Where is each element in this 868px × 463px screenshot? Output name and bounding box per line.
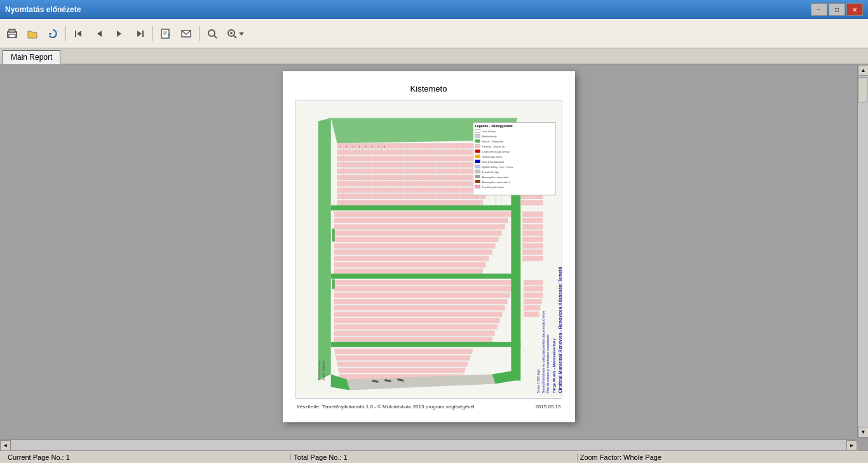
prev-page-button[interactable] [90,24,109,43]
svg-text:Scara 1:500 legit.: Scara 1:500 legit. [537,369,540,394]
scroll-left-button[interactable]: ◄ [0,440,11,450]
svg-line-19 [234,36,236,38]
svg-text:Temető út, Útja: Temető út, Útja [482,170,499,174]
refresh-button[interactable] [43,24,62,43]
title-bar-text: Nyomtatás előnézete [5,5,81,14]
svg-rect-42 [334,244,495,249]
svg-rect-115 [522,249,543,254]
svg-rect-116 [522,256,543,261]
status-bar: Current Page No.: 1 Total Page No.: 1 Zo… [0,450,868,463]
svg-rect-129 [473,122,555,195]
scrollbar-right: ▲ ▼ [857,65,868,438]
svg-rect-34 [337,194,485,199]
app-title: Nyomtatás előnézete [5,5,81,14]
svg-rect-111 [522,225,543,230]
svg-rect-163 [332,279,334,289]
svg-rect-36 [330,205,514,211]
svg-marker-3 [49,33,51,36]
close-button[interactable]: ✕ [846,3,863,16]
export-button[interactable] [156,24,175,43]
separator-1 [65,26,66,41]
svg-rect-49 [334,286,512,291]
svg-rect-10 [161,29,169,38]
scroll-up-button[interactable]: ▲ [858,65,868,76]
separator-2 [153,26,153,41]
svg-rect-37 [334,212,511,217]
svg-rect-112 [522,231,543,236]
svg-rect-109 [522,212,543,217]
svg-text:Parcella - Díszes sír: Parcella - Díszes sír [482,145,505,148]
svg-rect-4 [75,31,76,37]
h-scrollbar-track [11,440,846,450]
svg-text:Târgu Mureș - Marosvásárhely: Târgu Mureș - Marosvásárhely [552,338,556,393]
svg-text:Üres sírhely: Üres sírhely [482,130,495,133]
svg-rect-120 [524,299,541,304]
separator-3 [199,26,200,41]
scrollbar-thumb[interactable] [858,77,867,102]
svg-rect-57 [334,337,492,342]
svg-rect-139 [475,149,480,153]
svg-rect-8 [142,31,144,37]
last-page-button[interactable] [130,24,149,43]
svg-rect-110 [522,218,543,223]
svg-rect-44 [334,256,489,261]
scroll-right-button[interactable]: ► [846,440,857,450]
svg-line-126 [397,380,403,381]
svg-rect-32 [337,181,492,186]
svg-rect-40 [334,231,501,236]
status-zoom: Zoom Factor: Whole Page [578,453,863,461]
svg-text:Terv Parcella Elszín: Terv Parcella Elszín [482,186,504,189]
svg-rect-151 [475,180,480,183]
svg-marker-60 [335,356,470,361]
svg-rect-145 [475,165,480,168]
svg-rect-2 [9,34,15,38]
svg-line-125 [384,380,391,382]
svg-line-124 [372,381,378,382]
email-button[interactable] [177,24,196,43]
next-page-button[interactable] [110,24,129,43]
svg-rect-41 [334,237,498,242]
tab-main-report[interactable]: Main Report [3,50,60,64]
status-total-pages: Total Page No.: 1 [291,453,577,461]
svg-marker-7 [117,31,121,37]
print-button[interactable] [3,24,22,43]
page-footer: Készítette: Temetőnyilvántartó 1.0 - © M… [295,404,562,410]
zoom-button[interactable] [223,24,247,43]
svg-rect-153 [475,185,480,188]
svg-rect-143 [475,160,480,163]
svg-text:Hamarosan lejáró: Hamarosan lejáró [482,155,502,158]
title-bar: Nyomtatás előnézete − □ ✕ [0,0,868,19]
svg-rect-141 [475,155,480,158]
maximize-button[interactable]: □ [829,3,845,16]
svg-rect-35 [337,200,482,205]
svg-text:Cimitirul Municipal Renovica -: Cimitirul Municipal Renovica - Renovicea… [558,267,562,394]
page-preview: Kistemeto [283,71,575,422]
svg-text:Sírkert / Zöldterület: Sírkert / Zöldterület [482,140,504,143]
svg-rect-119 [524,293,543,298]
svg-rect-162 [332,229,334,242]
content-area: Kistemeto [0,65,857,438]
svg-rect-53 [334,312,502,317]
svg-rect-149 [475,175,480,178]
scroll-down-button[interactable]: ▼ [858,427,868,438]
toolbar [0,19,868,48]
open-button[interactable] [23,24,42,43]
svg-rect-147 [475,170,480,173]
first-page-button[interactable] [69,24,88,43]
status-current-page: Current Page No.: 1 [5,453,291,461]
svg-rect-1 [9,29,15,32]
svg-rect-38 [334,218,508,223]
minimize-button[interactable]: − [811,3,827,16]
svg-rect-47 [330,273,517,279]
map-container: 1 2 3 4 5 6 7 8 [295,100,562,399]
svg-marker-5 [77,31,81,37]
svg-rect-56 [334,331,494,336]
footer-left: Készítette: Temetőnyilvántartó 1.0 - © M… [297,404,475,410]
svg-text:2015.10 Felmérés: 2015.10 Felmérés [317,361,320,381]
find-button[interactable] [203,24,222,43]
svg-rect-117 [524,280,543,285]
svg-text:Plan de situare și inventarier: Plan de situare și inventariere numerota… [546,335,550,393]
svg-text:Kijelölt sírhely - Urn. 1 Üres: Kijelölt sírhely - Urn. 1 Üres [482,165,512,169]
scrollbar-track [858,76,868,427]
svg-rect-135 [475,139,480,142]
